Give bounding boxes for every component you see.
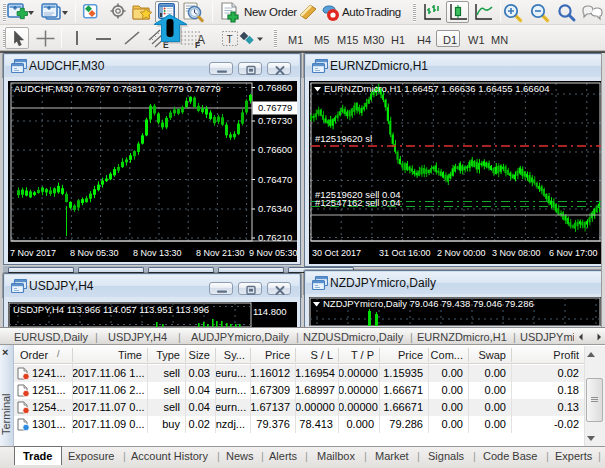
svg-text:3 Nov 08:00: 3 Nov 08:00 (492, 248, 541, 258)
svg-text:0.76340: 0.76340 (258, 203, 292, 214)
svg-text:T: T (227, 34, 233, 45)
svg-text:31 Oct 16:00: 31 Oct 16:00 (379, 248, 431, 258)
svg-text:0.76779: 0.76779 (258, 102, 292, 113)
svg-text:8 Nov 21:30: 8 Nov 21:30 (196, 248, 245, 258)
svg-text:0.76470: 0.76470 (258, 174, 292, 185)
svg-text:#12519620 sl: #12519620 sl (315, 133, 372, 144)
svg-text:#12547162 sell 0.04: #12547162 sell 0.04 (315, 197, 401, 208)
svg-text:EURNZDmicro,H1 1.66457 1.6663: EURNZDmicro,H1 1.66457 1.66636 1.66455 1… (324, 83, 550, 94)
svg-text:0.76730: 0.76730 (258, 115, 292, 126)
svg-text:2 Nov 00:00: 2 Nov 00:00 (437, 248, 486, 258)
svg-text:8 Nov 13:30: 8 Nov 13:30 (133, 248, 182, 258)
svg-text:6 Nov 17:00: 6 Nov 17:00 (549, 248, 598, 258)
svg-text:8 Nov 05:30: 8 Nov 05:30 (70, 248, 119, 258)
svg-text:NZDJPYmicro,Daily 79.046 79.4: NZDJPYmicro,Daily 79.046 79.438 79.046 7… (323, 298, 534, 309)
svg-text:0.76600: 0.76600 (258, 144, 292, 155)
svg-text:7 Nov 2017: 7 Nov 2017 (10, 248, 56, 258)
svg-text:9 Nov 05:30: 9 Nov 05:30 (249, 248, 297, 258)
svg-text:USDJPY,H4 113.966 114.057 113: USDJPY,H4 113.966 114.057 113.951 113.99… (13, 304, 209, 315)
svg-text:30 Oct 2017: 30 Oct 2017 (312, 248, 361, 258)
svg-text:114.800: 114.800 (253, 306, 287, 317)
svg-text:AUDCHF,M30 0.76797 0.76811 0.: AUDCHF,M30 0.76797 0.76811 0.76779 0.767… (14, 83, 221, 94)
svg-text:0.76860: 0.76860 (258, 82, 292, 93)
